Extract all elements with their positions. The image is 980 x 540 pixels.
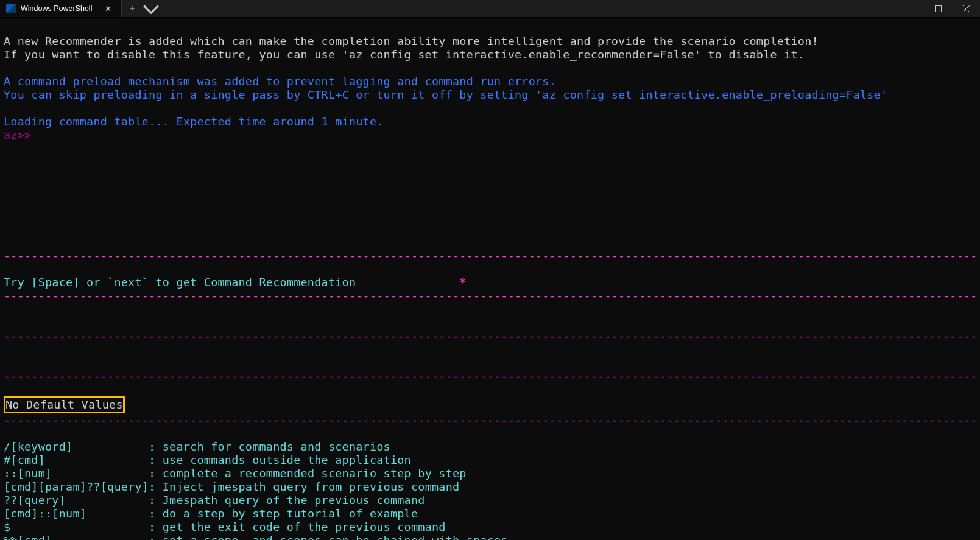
close-icon[interactable]: ✕ — [102, 4, 114, 13]
help-row: ::[num] : complete a recommended scenari… — [4, 467, 467, 480]
tabs-area: Windows PowerShell ✕ ＋ — [0, 0, 160, 17]
divider: ----------------------------------------… — [4, 413, 976, 427]
divider: ----------------------------------------… — [4, 249, 976, 262]
prompt: az>> — [4, 128, 31, 141]
terminal-output[interactable]: A new Recommender is added which can mak… — [0, 18, 980, 540]
help-row: $ : get the exit code of the previous co… — [4, 521, 446, 533]
help-row: [cmd]::[num] : do a step by step tutoria… — [4, 507, 418, 520]
maximize-button[interactable] — [924, 0, 952, 17]
window-controls — [896, 0, 980, 17]
svg-rect-0 — [935, 5, 941, 12]
chevron-down-icon — [143, 0, 160, 17]
close-window-button[interactable] — [952, 0, 980, 17]
recommendation-hint: Try [Space] or `next` to get Command Rec… — [4, 276, 356, 289]
tab-powershell[interactable]: Windows PowerShell ✕ — [0, 0, 122, 17]
help-row: /[keyword] : search for commands and sce… — [4, 440, 390, 453]
divider: ----------------------------------------… — [4, 329, 976, 343]
help-row: ??[query] : Jmespath query of the previo… — [4, 494, 425, 507]
title-bar: Windows PowerShell ✕ ＋ — [0, 0, 980, 18]
help-row: %%[cmd] : set a scope, and scopes can be… — [4, 534, 508, 540]
no-defaults-badge: No Default Values — [4, 396, 125, 413]
help-row: #[cmd] : use commands outside the applic… — [4, 454, 411, 466]
output-line: Loading command table... Expected time a… — [4, 115, 384, 128]
maximize-icon — [935, 5, 942, 12]
tab-title: Windows PowerShell — [21, 4, 97, 13]
output-line: If you want to disable this feature, you… — [4, 48, 805, 61]
minimize-button[interactable] — [896, 0, 924, 17]
help-row: [cmd][param]??[query]: Inject jmespath q… — [4, 480, 459, 493]
close-icon — [963, 5, 970, 12]
star-indicator: * — [459, 276, 466, 289]
minimize-icon — [907, 5, 914, 12]
divider: ----------------------------------------… — [4, 370, 976, 383]
divider: ----------------------------------------… — [4, 289, 976, 303]
output-line: A new Recommender is added which can mak… — [4, 35, 819, 47]
output-line: A command preload mechanism was added to… — [4, 75, 556, 88]
output-line: You can skip preloading in a single pass… — [4, 88, 887, 101]
powershell-icon — [6, 4, 16, 13]
tab-dropdown-button[interactable] — [143, 0, 160, 17]
new-tab-button[interactable]: ＋ — [122, 0, 143, 17]
